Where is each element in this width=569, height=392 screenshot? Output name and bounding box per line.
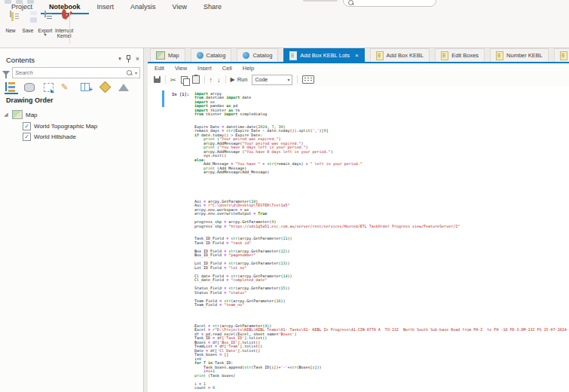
tab-label: Edit Boxes — [451, 52, 479, 59]
cell-type-dropdown[interactable]: Code▾ — [252, 75, 292, 85]
selected-toolbar-indicator — [5, 93, 18, 94]
save-button[interactable]: Save — [20, 11, 35, 33]
new-notebook-button[interactable]: New — [3, 11, 18, 33]
layer-world-topographic-map[interactable]: ✓ World Topographic Map — [23, 121, 97, 130]
tab-add-box-kebl[interactable]: Add Box KEBL — [370, 48, 430, 62]
tab-edit-boxes[interactable]: Edit Boxes — [435, 48, 485, 62]
drawing-order-heading: Drawing Order — [6, 96, 54, 104]
tab-catalog-1[interactable]: Catalog — [191, 48, 232, 62]
ribbon: Project Notebook Insert Analysis View Sh… — [0, 0, 569, 48]
save-button-label: Save — [23, 28, 34, 33]
cut-cell-icon[interactable]: ✂ — [170, 76, 176, 84]
ribbon-tab-view[interactable]: View — [164, 2, 195, 14]
collapse-arrow-icon[interactable]: ◢ — [3, 112, 9, 118]
list-by-editing-icon[interactable]: ✎ — [61, 81, 74, 93]
contents-toolbar: ✎ — [5, 80, 130, 93]
ribbon-tab-share[interactable]: Share — [195, 2, 230, 14]
chevron-down-icon[interactable]: ▾ — [118, 56, 121, 62]
save-notebook-icon[interactable] — [154, 76, 161, 83]
tab-catalog-2[interactable]: Catalog — [237, 48, 278, 62]
notebook-icon — [496, 51, 503, 60]
export-icon — [38, 11, 53, 26]
notebook-pane: Map Catalog Catalog Add Box KEBL Lots× A… — [148, 48, 569, 392]
layer-checkbox[interactable]: ✓ — [23, 122, 31, 130]
notebook-icon — [289, 51, 297, 60]
new-button-label: New — [5, 28, 15, 33]
command-search-label — [303, 0, 338, 2]
layer-label: World Topographic Map — [34, 123, 97, 130]
contents-search-input[interactable] — [15, 69, 124, 76]
document-tab-bar: Map Catalog Catalog Add Box KEBL Lots× A… — [148, 48, 569, 62]
layer-label: World Hillshade — [34, 133, 76, 140]
tab-label: Catalog — [252, 52, 272, 59]
export-button[interactable]: Export ▾ — [38, 11, 53, 37]
cell-type-value: Code — [255, 77, 268, 82]
pin-icon[interactable] — [126, 55, 131, 63]
contents-search-box[interactable]: ▾ — [12, 67, 140, 78]
move-cell-down-icon[interactable]: ↓ — [217, 76, 221, 84]
tab-number-kebl[interactable]: Number KEBL — [490, 48, 549, 62]
search-icon — [127, 70, 133, 76]
toolbar-separator — [204, 75, 205, 84]
menu-cell[interactable]: Cell — [222, 65, 232, 72]
layer-world-hillshade[interactable]: ✓ World Hillshade — [23, 132, 76, 141]
list-by-labeling-icon[interactable] — [99, 81, 112, 93]
chevron-down-icon[interactable]: ▾ — [135, 70, 137, 75]
menu-edit[interactable]: Edit — [154, 65, 164, 72]
map-icon — [156, 51, 165, 60]
notebook-icon — [376, 51, 384, 60]
menu-view[interactable]: View — [175, 65, 187, 72]
list-by-drawing-order-icon[interactable] — [5, 81, 17, 93]
command-search-input[interactable] — [343, 0, 436, 7]
filter-icon[interactable] — [2, 71, 10, 75]
chevron-down-icon: ▾ — [287, 77, 289, 82]
catalog-icon — [243, 52, 249, 59]
search-icon — [348, 0, 354, 6]
tab-label: Map — [168, 52, 179, 59]
run-label: Run — [237, 76, 248, 83]
ribbon-group-notebook: New Save Export ▾ Interrupt Kernel Noteb… — [2, 11, 69, 46]
copy-cell-icon[interactable] — [181, 76, 188, 84]
run-icon: ▶ — [231, 76, 235, 83]
tab-label: Catalog — [206, 52, 226, 59]
notebook-toolbar: ✂ ↑ ↓ ▶Run Code▾ — [148, 73, 569, 87]
move-cell-up-icon[interactable]: ↑ — [210, 76, 213, 84]
notebook-canvas[interactable]: In [1]: import arcpyfrom datetime import… — [148, 86, 569, 392]
list-by-data-source-icon[interactable] — [23, 81, 36, 93]
layer-checkbox[interactable]: ✓ — [23, 133, 31, 141]
contents-panel-title: Contents — [6, 56, 35, 64]
toolbar-separator — [165, 75, 166, 84]
notebook-icon — [560, 51, 567, 60]
toolbar-separator — [225, 75, 226, 84]
ribbon-tab-analysis[interactable]: Analysis — [122, 2, 164, 14]
interrupt-kernel-button[interactable]: Interrupt Kernel — [55, 11, 73, 38]
close-icon[interactable]: × — [355, 52, 359, 59]
menu-insert[interactable]: Insert — [197, 65, 212, 72]
map-icon — [12, 110, 23, 119]
arcgis-pro-window: Project Notebook Insert Analysis View Sh… — [0, 0, 569, 392]
list-by-selection-icon[interactable] — [42, 81, 55, 93]
list-by-snapping-icon[interactable] — [80, 81, 93, 93]
tab-sort-kebl[interactable]: Sort KEBL — [554, 48, 569, 62]
layer-map[interactable]: ◢ Map — [3, 110, 38, 119]
ribbon-group-separator — [69, 12, 70, 44]
ribbon-tab-insert[interactable]: Insert — [89, 2, 123, 14]
cell-input-prompt: In [1]: — [172, 92, 189, 96]
code-cell-input[interactable]: import arcpyfrom datetime import dateimp… — [194, 92, 569, 390]
paste-cell-icon[interactable] — [192, 75, 200, 84]
tab-label: Number KEBL — [506, 52, 543, 59]
notebook-menubar: Edit View Insert Cell Help — [148, 63, 569, 74]
run-cell-button[interactable]: ▶Run — [231, 76, 248, 83]
menu-help[interactable]: Help — [243, 65, 254, 72]
tab-add-box-kebl-lots[interactable]: Add Box KEBL Lots× — [283, 48, 364, 62]
close-icon[interactable]: × — [136, 55, 139, 63]
selected-cell-indicator — [162, 90, 164, 107]
interrupt-kernel-label: Interrupt Kernel — [55, 28, 73, 38]
toolbar-separator — [297, 75, 298, 84]
new-notebook-icon — [3, 11, 18, 26]
chevron-down-icon: ▾ — [44, 33, 46, 37]
keyboard-shortcuts-icon[interactable] — [302, 75, 314, 84]
catalog-icon — [197, 52, 203, 59]
list-by-perspective-icon[interactable] — [118, 81, 130, 93]
tab-map[interactable]: Map — [150, 48, 185, 62]
